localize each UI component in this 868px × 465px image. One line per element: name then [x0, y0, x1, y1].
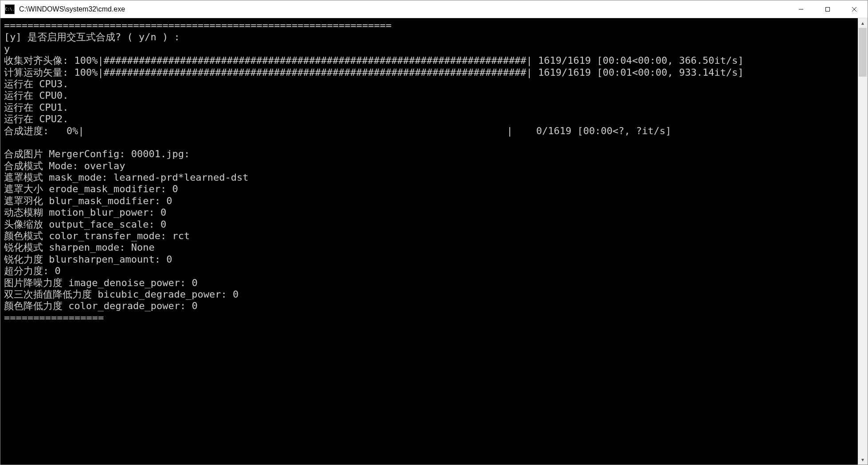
close-button[interactable]: [841, 0, 868, 18]
window-title: C:\WINDOWS\system32\cmd.exe: [19, 5, 788, 13]
window-controls: [788, 0, 868, 18]
maximize-icon: [825, 7, 830, 12]
minimize-button[interactable]: [788, 0, 814, 18]
scroll-up-arrow[interactable]: ▴: [858, 18, 868, 28]
scroll-track[interactable]: [858, 28, 868, 455]
terminal-output[interactable]: ========================================…: [0, 18, 858, 465]
vertical-scrollbar[interactable]: ▴ ▾: [858, 18, 868, 465]
close-icon: [852, 7, 857, 12]
client-area: ========================================…: [0, 18, 868, 465]
svg-rect-1: [826, 7, 830, 11]
cmd-window: C:\. C:\WINDOWS\system32\cmd.exe =======…: [0, 0, 868, 465]
scroll-down-arrow[interactable]: ▾: [858, 455, 868, 465]
cmd-icon: C:\.: [5, 4, 15, 14]
scroll-thumb[interactable]: [859, 28, 867, 77]
titlebar[interactable]: C:\. C:\WINDOWS\system32\cmd.exe: [0, 0, 868, 18]
maximize-button[interactable]: [814, 0, 841, 18]
minimize-icon: [798, 7, 804, 12]
